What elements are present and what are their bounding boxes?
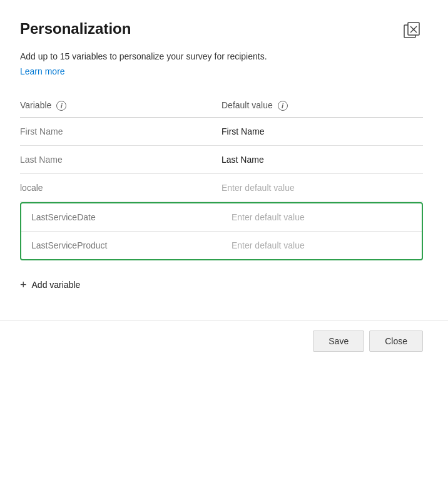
table-row: Last Name Last Name (20, 146, 423, 174)
table-row: First Name First Name (20, 118, 423, 146)
variables-table: Variable i Default value i First Name Fi… (20, 94, 423, 202)
regular-rows: First Name First Name Last Name Last Nam… (20, 118, 423, 202)
close-icon-button[interactable] (400, 20, 423, 43)
column-variable-header: Variable i (20, 94, 221, 118)
variable-name: Last Name (20, 146, 221, 174)
table-header-row: Variable i Default value i (20, 94, 423, 118)
footer: Save Close (0, 320, 448, 362)
column-default-header: Default value i (221, 94, 423, 118)
save-button[interactable]: Save (313, 330, 364, 352)
default-value-placeholder[interactable]: Enter default value (221, 232, 422, 260)
default-value[interactable]: First Name (221, 118, 423, 146)
add-variable-label: Add variable (32, 280, 81, 290)
default-info-icon[interactable]: i (278, 101, 288, 111)
table-row: LastServiceDate Enter default value (21, 203, 422, 232)
variable-name: LastServiceProduct (21, 232, 221, 260)
personalization-panel: Personalization Add up to 15 variables t… (0, 0, 448, 362)
panel-header: Personalization (20, 20, 423, 43)
description-text: Add up to 15 variables to personalize yo… (20, 50, 423, 63)
learn-more-link[interactable]: Learn more (20, 66, 65, 76)
table-row: LastServiceProduct Enter default value (21, 232, 422, 260)
page-title: Personalization (20, 20, 131, 38)
default-value-placeholder[interactable]: Enter default value (221, 174, 423, 202)
variable-name: LastServiceDate (21, 203, 221, 232)
default-value[interactable]: Last Name (221, 146, 423, 174)
copy-close-icon (402, 21, 422, 41)
close-button[interactable]: Close (369, 330, 423, 352)
highlighted-table: LastServiceDate Enter default value Last… (21, 203, 422, 259)
variable-name: locale (20, 174, 221, 202)
highlighted-rows-section: LastServiceDate Enter default value Last… (20, 202, 423, 260)
default-value-placeholder[interactable]: Enter default value (221, 203, 422, 232)
variable-name: First Name (20, 118, 221, 146)
variable-info-icon[interactable]: i (56, 101, 66, 111)
table-row: locale Enter default value (20, 174, 423, 202)
add-icon: + (20, 279, 27, 290)
add-variable-button[interactable]: + Add variable (20, 273, 80, 297)
